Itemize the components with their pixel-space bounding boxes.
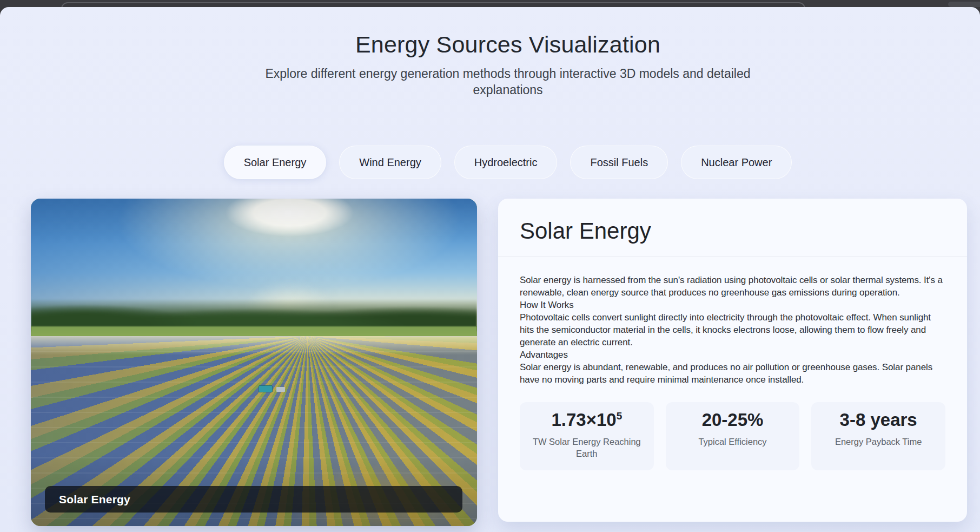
solar-image-card[interactable]: Solar Energy bbox=[31, 199, 477, 526]
tab-nuclear-power[interactable]: Nuclear Power bbox=[681, 146, 792, 179]
stat-label: Typical Efficiency bbox=[671, 436, 794, 448]
detail-paragraph: Solar energy is abundant, renewable, and… bbox=[520, 361, 945, 386]
stat-value: 20-25% bbox=[671, 410, 794, 430]
browser-top-bar bbox=[0, 0, 980, 7]
stats-row: 1.73×105 TW Solar Energy Reaching Earth … bbox=[520, 402, 945, 470]
image-caption-bar: Solar Energy bbox=[45, 486, 462, 513]
browser-tab-fragment bbox=[948, 2, 980, 7]
detail-divider bbox=[498, 256, 967, 257]
stat-tile: 1.73×105 TW Solar Energy Reaching Earth bbox=[520, 402, 654, 470]
content-row: Solar Energy Solar Energy Solar energy i… bbox=[31, 199, 980, 526]
tab-solar-energy[interactable]: Solar Energy bbox=[224, 146, 327, 179]
detail-card: Solar Energy Solar energy is harnessed f… bbox=[498, 199, 967, 522]
detail-title: Solar Energy bbox=[520, 218, 945, 244]
stat-value: 3-8 years bbox=[817, 410, 940, 430]
stat-label: TW Solar Energy Reaching Earth bbox=[525, 436, 648, 459]
tab-wind-energy[interactable]: Wind Energy bbox=[339, 146, 441, 179]
page-header: Energy Sources Visualization Explore dif… bbox=[36, 7, 980, 98]
detail-paragraph: Solar energy is harnessed from the sun's… bbox=[520, 274, 945, 299]
detail-text: Solar energy is harnessed from the sun's… bbox=[520, 274, 945, 386]
tab-hydroelectric[interactable]: Hydroelectric bbox=[454, 146, 558, 179]
energy-source-tabs: Solar Energy Wind Energy Hydroelectric F… bbox=[36, 146, 980, 179]
detail-section-heading: How It Works bbox=[520, 299, 945, 311]
stat-tile: 3-8 years Energy Payback Time bbox=[811, 402, 945, 470]
page-subtitle: Explore different energy generation meth… bbox=[259, 65, 757, 98]
detail-section-heading: Advantages bbox=[520, 349, 945, 361]
tab-fossil-fuels[interactable]: Fossil Fuels bbox=[570, 146, 668, 179]
page: Energy Sources Visualization Explore dif… bbox=[0, 7, 980, 532]
stat-label: Energy Payback Time bbox=[817, 436, 940, 448]
page-title: Energy Sources Visualization bbox=[36, 31, 980, 58]
stat-value: 1.73×105 bbox=[525, 410, 648, 430]
photo-vignette bbox=[31, 199, 477, 526]
image-caption-label: Solar Energy bbox=[59, 493, 130, 506]
stat-tile: 20-25% Typical Efficiency bbox=[666, 402, 800, 470]
detail-paragraph: Photovoltaic cells convert sunlight dire… bbox=[520, 311, 945, 349]
